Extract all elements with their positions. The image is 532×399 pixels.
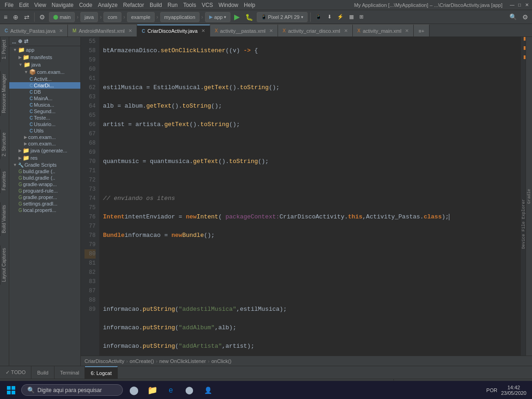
bc-onclick[interactable]: onClick(): [212, 358, 231, 364]
debug-button[interactable]: 🐛: [243, 12, 255, 22]
tree-item-res[interactable]: ▶ 📁 res: [9, 154, 80, 162]
menu-item-vcs[interactable]: VCS: [199, 0, 216, 10]
menu-item-build[interactable]: Build: [147, 0, 165, 10]
device-select-btn[interactable]: 📱 Pixel 2 API 29 ▾: [257, 12, 308, 22]
menu-item-view[interactable]: View: [31, 0, 49, 10]
tree-item-local-props[interactable]: G local.properti...: [9, 207, 80, 213]
run-button[interactable]: ▶: [232, 12, 242, 22]
taskbar-app-unknown[interactable]: 👤: [200, 382, 216, 399]
sync-icon-btn[interactable]: ⇄: [22, 12, 31, 22]
tree-item-manifests[interactable]: ▶ 📁 manifests: [9, 54, 80, 61]
avd-button[interactable]: 📱: [314, 12, 324, 22]
tree-item-build-gradle-1[interactable]: G build.gradle (..: [9, 168, 80, 175]
breadcrumb-main[interactable]: ⬤ main: [49, 12, 75, 22]
device-file-explorer-label[interactable]: Device File Explorer: [521, 197, 526, 251]
structure-label[interactable]: 2: Structure: [0, 130, 9, 159]
tab-close-5[interactable]: ✕: [405, 29, 409, 33]
sdk-button[interactable]: ⬇: [326, 12, 333, 22]
taskbar-app-chrome[interactable]: ⬤: [181, 382, 198, 399]
layout-button[interactable]: ▦: [347, 12, 356, 22]
tab-activity-criar-disco-xml[interactable]: X activity_criar_disco.xml ✕: [278, 24, 353, 36]
taskbar-app-edge[interactable]: e: [163, 382, 179, 399]
tab-activity-pastas-xml[interactable]: X activity__pastas.xml ✕: [210, 24, 278, 36]
tab-close-3[interactable]: ✕: [269, 29, 273, 33]
code-container[interactable]: 55 58 59 60 61 62 63 64 65 66 67 68 69 7…: [81, 37, 532, 356]
bottom-tab-todo[interactable]: ✓ TODO: [0, 366, 31, 379]
browser-icon-btn[interactable]: ⊕: [11, 12, 20, 22]
gradle-label[interactable]: Gradle: [526, 187, 532, 206]
sidebar-icon-2[interactable]: ⇄: [24, 38, 28, 44]
tab-more[interactable]: ≡+: [414, 24, 429, 36]
menu-item-run[interactable]: Run: [165, 0, 181, 10]
db-button[interactable]: ⊞: [357, 12, 365, 22]
resource-manager-label[interactable]: Resource Manager: [0, 71, 9, 116]
start-button[interactable]: [2, 382, 20, 399]
layout-captures-label[interactable]: Layout Captures: [0, 245, 9, 284]
tree-item-gradle-wrapper[interactable]: G gradle-wrapp...: [9, 181, 80, 187]
settings-icon-btn[interactable]: ⚙: [37, 12, 47, 22]
build-variants-label[interactable]: Build Variants: [0, 202, 9, 236]
tree-item-com-exam-2[interactable]: ▶ com.exam...: [9, 134, 80, 140]
menu-item-tools[interactable]: Tools: [181, 0, 199, 10]
tab-close-0[interactable]: ✕: [59, 29, 63, 33]
breadcrumb-example[interactable]: example: [127, 12, 155, 22]
right-side-label[interactable]: Gradle Device File Explorer: [526, 37, 532, 356]
bc-oncreate[interactable]: onCreate(): [130, 358, 154, 364]
run-config-btn[interactable]: ▶ app ▾: [205, 12, 230, 22]
tree-item-com-exam-3[interactable]: ▶ com.exam...: [9, 140, 80, 147]
bottom-tab-logcat[interactable]: 6: Logcat: [85, 366, 117, 379]
bottom-tab-build[interactable]: Build: [31, 366, 54, 379]
profile-button[interactable]: ⚡: [335, 12, 345, 22]
taskbar-app-explorer[interactable]: 📁: [144, 382, 161, 399]
menu-item-edit[interactable]: Edit: [16, 0, 31, 10]
menu-item-file[interactable]: File: [2, 0, 16, 10]
tab-activity-main-xml[interactable]: X activity_main.xml ✕: [353, 24, 414, 36]
tab-manifest[interactable]: M AndroidManifest.xml ✕: [68, 24, 137, 36]
menu-item-navigate[interactable]: Navigate: [49, 0, 76, 10]
tree-item-proguard[interactable]: G proguard-rule...: [9, 187, 80, 194]
tree-item-java-gen[interactable]: ▶ 📁 java (generate...: [9, 147, 80, 154]
tree-item-segund[interactable]: C Segund...: [9, 108, 80, 115]
minimize-button[interactable]: —: [509, 2, 515, 8]
tab-activity-pastas[interactable]: C Activity_Pastas.java ✕: [0, 24, 68, 36]
tree-item-teste[interactable]: C Teste...: [9, 115, 80, 121]
tab-close-2[interactable]: ✕: [201, 29, 205, 33]
project-label[interactable]: 1: Project: [0, 37, 9, 62]
tree-item-build-gradle-2[interactable]: G build.gradle (..: [9, 175, 80, 181]
menu-item-refactor[interactable]: Refactor: [121, 0, 147, 10]
menu-item-help[interactable]: Help: [241, 0, 258, 10]
breadcrumb-java[interactable]: java: [80, 12, 98, 22]
tree-item-gradle-props[interactable]: G gradle.proper...: [9, 194, 80, 200]
taskbar-search-box[interactable]: 🔍 Digite aqui para pesquisar: [21, 384, 123, 396]
menu-item-window[interactable]: Window: [216, 0, 241, 10]
tab-criar-disco[interactable]: C CriarDiscoActivity.java ✕: [137, 24, 210, 36]
tree-item-utils[interactable]: C Utils: [9, 127, 80, 134]
breadcrumb-com[interactable]: com: [103, 12, 121, 22]
tree-item-com-exam-1[interactable]: ▼ 📦 com.exam...: [9, 68, 80, 76]
tree-item-settings-gradle[interactable]: G settings.gradl...: [9, 200, 80, 207]
tree-item-musica[interactable]: C Musica...: [9, 102, 80, 108]
close-button[interactable]: ✕: [524, 2, 530, 8]
breadcrumb-myapp[interactable]: myapplication: [160, 12, 200, 22]
settings-gear-button[interactable]: ⚙: [520, 12, 530, 22]
favorites-label[interactable]: Favorites: [0, 169, 9, 193]
taskbar-app-cortana[interactable]: ⬤: [126, 382, 142, 399]
tab-close-1[interactable]: ✕: [128, 29, 132, 33]
tree-item-criarDi[interactable]: C CriarDi...: [9, 82, 80, 89]
bc-onclick-listener[interactable]: new OnClickListener: [159, 358, 206, 364]
tab-close-4[interactable]: ✕: [344, 29, 348, 33]
bc-criar[interactable]: CriarDiscoActivity: [85, 358, 124, 364]
search-everywhere-button[interactable]: 🔍: [508, 12, 519, 22]
tree-item-usuario[interactable]: C Usuário...: [9, 121, 80, 127]
project-icon-btn[interactable]: ≡: [2, 12, 9, 22]
tree-item-java[interactable]: ▼ 📁 java: [9, 61, 80, 68]
bottom-tab-terminal[interactable]: Terminal: [54, 366, 85, 379]
tree-item-gradle-scripts[interactable]: ▼ 🔧 Gradle Scripts: [9, 162, 80, 168]
tree-item-app[interactable]: ▼ 📁 app: [9, 46, 80, 54]
code-content[interactable]: btArmazenaDisco.setOnClickListener((v) -…: [99, 37, 521, 356]
maximize-button[interactable]: □: [516, 2, 523, 8]
menu-item-code[interactable]: Code: [76, 0, 95, 10]
tree-item-activ[interactable]: C Activit...: [9, 76, 80, 82]
menu-item-analyze[interactable]: Analyze: [95, 0, 121, 10]
tree-item-db[interactable]: C DB: [9, 89, 80, 95]
